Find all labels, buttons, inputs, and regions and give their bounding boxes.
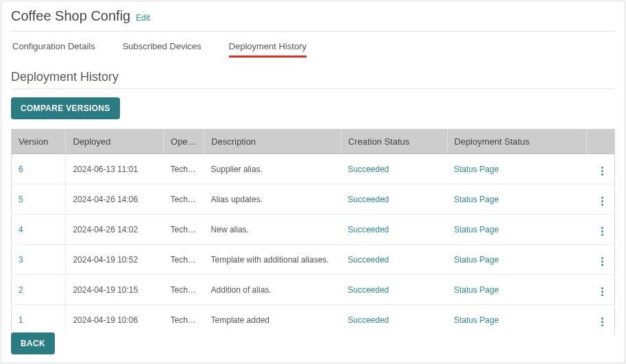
cell-deployment-status[interactable]: Status Page xyxy=(447,275,587,305)
cell-deployment-status[interactable]: Status Page xyxy=(447,184,587,215)
cell-deployment-status[interactable]: Status Page xyxy=(447,154,587,184)
cell-creation-status[interactable]: Succeeded xyxy=(341,275,447,305)
cell-operator: Tech… xyxy=(164,154,204,184)
col-header-actions xyxy=(587,130,615,154)
cell-description: Template with additional aliases. xyxy=(204,245,341,275)
cell-operator: Tech… xyxy=(164,305,204,335)
edit-link[interactable]: Edit xyxy=(136,13,150,23)
cell-actions xyxy=(587,215,615,245)
cell-deployment-status[interactable]: Status Page xyxy=(447,245,587,275)
cell-version[interactable]: 2 xyxy=(12,275,66,305)
col-header-version[interactable]: Version xyxy=(12,130,66,154)
back-button[interactable]: Back xyxy=(11,332,55,354)
tabs: Configuration Details Subscribed Devices… xyxy=(11,41,615,58)
cell-deployed: 2024-04-19 10:15 xyxy=(66,275,164,305)
deployment-history-table: Version Deployed Oper… Description Creat… xyxy=(11,129,615,335)
cell-deployment-status[interactable]: Status Page xyxy=(447,215,587,245)
cell-operator: Tech… xyxy=(164,275,204,305)
kebab-menu-icon[interactable] xyxy=(597,195,607,207)
cell-actions xyxy=(587,245,615,275)
kebab-menu-icon[interactable] xyxy=(597,286,607,298)
cell-deployed: 2024-04-26 14:06 xyxy=(66,184,164,215)
col-header-deployment-status[interactable]: Deployment Status xyxy=(447,130,587,154)
compare-versions-button[interactable]: Compare Versions xyxy=(11,97,120,119)
cell-version[interactable]: 6 xyxy=(12,154,66,184)
cell-creation-status[interactable]: Succeeded xyxy=(341,305,447,335)
kebab-menu-icon[interactable] xyxy=(597,256,607,267)
cell-actions xyxy=(587,154,615,184)
cell-deployment-status[interactable]: Status Page xyxy=(447,305,587,335)
cell-deployed: 2024-04-19 10:06 xyxy=(66,305,164,335)
cell-actions xyxy=(587,305,615,335)
cell-operator: Tech… xyxy=(164,245,204,275)
cell-description: Template added xyxy=(204,305,341,335)
section-title: Deployment History xyxy=(11,70,615,84)
cell-deployed: 2024-04-26 14:02 xyxy=(66,215,164,245)
section-divider xyxy=(11,88,615,89)
tab-configuration-details[interactable]: Configuration Details xyxy=(12,41,95,58)
cell-creation-status[interactable]: Succeeded xyxy=(341,154,447,184)
cell-creation-status[interactable]: Succeeded xyxy=(341,245,447,275)
cell-description: Supplier alias. xyxy=(204,154,341,184)
cell-operator: Tech… xyxy=(164,184,204,215)
title-row: Coffee Shop Config Edit xyxy=(11,8,615,31)
tab-subscribed-devices[interactable]: Subscribed Devices xyxy=(123,41,202,58)
cell-creation-status[interactable]: Succeeded xyxy=(341,184,447,215)
cell-version[interactable]: 4 xyxy=(12,215,66,245)
table-row: 12024-04-19 10:06Tech…Template addedSucc… xyxy=(12,305,615,335)
table-row: 62024-06-13 11:01Tech…Supplier alias.Suc… xyxy=(12,154,615,184)
config-panel: Coffee Shop Config Edit Configuration De… xyxy=(1,1,625,363)
cell-creation-status[interactable]: Succeeded xyxy=(341,215,447,245)
cell-deployed: 2024-06-13 11:01 xyxy=(66,154,164,184)
page-title: Coffee Shop Config xyxy=(11,8,130,24)
table-row: 22024-04-19 10:15Tech…Addition of alias.… xyxy=(12,275,615,305)
table-header-row: Version Deployed Oper… Description Creat… xyxy=(12,130,615,154)
cell-description: New alias. xyxy=(204,215,341,245)
kebab-menu-icon[interactable] xyxy=(597,226,607,237)
cell-description: Alias updates. xyxy=(204,184,341,215)
table-row: 52024-04-26 14:06Tech…Alias updates.Succ… xyxy=(12,184,615,215)
cell-deployed: 2024-04-19 10:52 xyxy=(66,245,164,275)
col-header-deployed[interactable]: Deployed xyxy=(66,130,164,154)
col-header-operator[interactable]: Oper… xyxy=(164,130,204,154)
col-header-creation-status[interactable]: Creation Status xyxy=(341,130,447,154)
divider xyxy=(11,31,615,32)
cell-version[interactable]: 5 xyxy=(12,184,66,215)
kebab-menu-icon[interactable] xyxy=(597,316,607,328)
cell-actions xyxy=(587,184,615,215)
table-row: 32024-04-19 10:52Tech…Template with addi… xyxy=(12,245,615,275)
cell-version[interactable]: 1 xyxy=(12,305,66,335)
tab-deployment-history[interactable]: Deployment History xyxy=(229,41,306,58)
cell-version[interactable]: 3 xyxy=(12,245,66,275)
cell-description: Addition of alias. xyxy=(204,275,341,305)
kebab-menu-icon[interactable] xyxy=(597,165,607,177)
table-row: 42024-04-26 14:02Tech…New alias.Succeede… xyxy=(12,215,615,245)
col-header-description[interactable]: Description xyxy=(204,130,341,154)
cell-operator: Tech… xyxy=(164,215,204,245)
cell-actions xyxy=(587,275,615,305)
